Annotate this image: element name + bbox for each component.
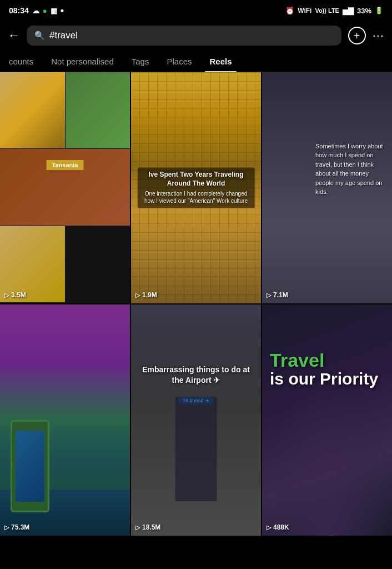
reel-3-sometimes-text: Sometimes I worry about how much I spend… (315, 142, 387, 197)
reel-1-view-count: ▷ 3.5M (4, 291, 26, 299)
whatsapp-icon: ● (43, 7, 47, 15)
search-input-container[interactable]: 🔍 #travel (27, 26, 341, 46)
reel-4-view-count: ▷ 75.3M (4, 523, 29, 531)
search-bar: ← 🔍 #travel + ··· (0, 20, 392, 51)
play-icon-5: ▷ (135, 524, 140, 531)
status-right: ⏰ WiFi Vo)) LTE ▅▇ 33% 🔋 (285, 7, 383, 15)
reel-6-travel-text: Travel is our Priority (270, 351, 378, 389)
reel-item-1[interactable]: Tansania ▷ 3.5M (0, 72, 130, 303)
alarm-icon: ⏰ (285, 7, 294, 15)
play-icon-2: ▷ (135, 292, 140, 299)
lte-icon: Vo)) LTE (315, 7, 339, 14)
tab-counts[interactable]: counts (0, 51, 42, 72)
search-query-text: #travel (49, 30, 78, 41)
signal-icon: ▅▇ (343, 7, 354, 15)
reel-2-view-count: ▷ 1.9M (135, 291, 157, 299)
reel-3-view-count: ▷ 7.1M (267, 291, 288, 299)
reel-item-6[interactable]: Travel is our Priority ▷ 488K (262, 305, 392, 536)
reel-item-5[interactable]: Embarrassing things to do at the Airport… (131, 305, 261, 536)
tab-tags[interactable]: Tags (123, 51, 158, 72)
status-left: 08:34 ☁ ● ▦ • (9, 6, 64, 15)
play-icon-6: ▷ (267, 524, 271, 531)
reel-5-embarrassing-text: Embarrassing things to do at the Airport… (138, 365, 255, 386)
play-icon-3: ▷ (267, 292, 271, 299)
tansania-badge: Tansania (47, 160, 84, 170)
time-display: 08:34 (9, 6, 29, 15)
reel-6-view-count: ▷ 488K (267, 523, 289, 531)
search-icon: 🔍 (34, 31, 45, 41)
battery-icon: 🔋 (375, 7, 383, 14)
cloud-icon: ☁ (32, 7, 39, 15)
tabs-bar: counts Not personalised Tags Places Reel… (0, 51, 392, 72)
reel-5-view-count: ▷ 18.5M (135, 523, 160, 531)
more-button[interactable]: ··· (373, 28, 384, 43)
play-icon-1: ▷ (4, 292, 9, 299)
back-button[interactable]: ← (8, 28, 20, 43)
add-button[interactable]: + (348, 27, 366, 44)
reel-item-3[interactable]: Sometimes I worry about how much I spend… (262, 72, 392, 303)
reel-2-caption: Ive Spent Two Years Traveling Around The… (138, 167, 255, 208)
tab-not-personalised[interactable]: Not personalised (42, 51, 123, 72)
status-bar: 08:34 ☁ ● ▦ • ⏰ WiFi Vo)) LTE ▅▇ 33% 🔋 (0, 0, 392, 20)
tab-reels[interactable]: Reels (201, 51, 241, 72)
reel-item-2[interactable]: Ive Spent Two Years Traveling Around The… (131, 72, 261, 303)
gallery-icon: ▦ (51, 7, 57, 15)
action-icons: + ··· (348, 27, 384, 44)
play-icon-4: ▷ (4, 524, 9, 531)
reels-grid: Tansania ▷ 3.5M Ive Spent Two Years Trav… (0, 72, 392, 536)
tab-places[interactable]: Places (158, 51, 200, 72)
wifi-icon: WiFi (298, 7, 311, 14)
battery-display: 33% (357, 7, 371, 15)
reel-item-4[interactable]: ▷ 75.3M (0, 305, 130, 536)
